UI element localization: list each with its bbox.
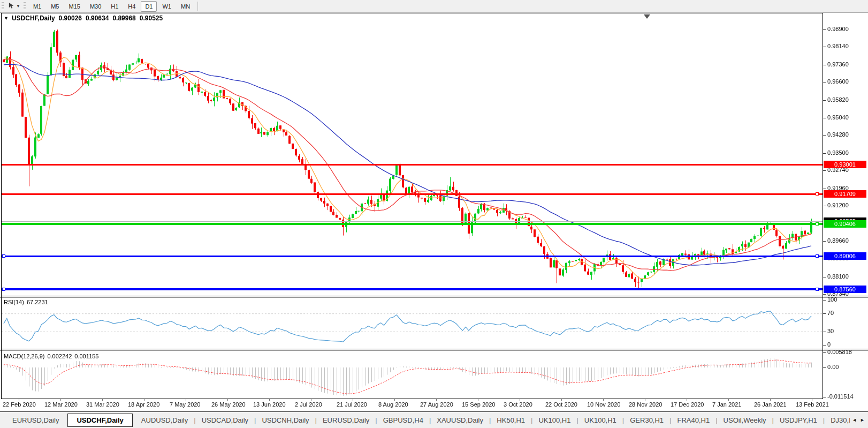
rsi-label: RSI(14)67.2231 bbox=[4, 299, 51, 305]
timeframe-button-W1[interactable]: W1 bbox=[158, 1, 176, 12]
date-label: 13 Jun 2020 bbox=[253, 401, 286, 408]
tab-USDJPY-H1[interactable]: USDJPY,H1 bbox=[774, 414, 823, 426]
tab-FRA40-H1[interactable]: FRA40,H1 bbox=[672, 414, 716, 426]
date-label: 7 May 2020 bbox=[170, 401, 200, 408]
tab-GER30-H1[interactable]: GER30,H1 bbox=[624, 414, 669, 426]
tab-USOil-Weekly[interactable]: USOil,Weekly bbox=[718, 414, 772, 426]
rsi-axis-tick[interactable]: 100 bbox=[827, 296, 837, 303]
price-axis-tick[interactable]: 0.88100 bbox=[827, 273, 849, 280]
date-label: 22 Oct 2020 bbox=[545, 401, 577, 408]
tab-scroll-left-icon[interactable]: ◄ bbox=[852, 417, 857, 423]
tab-USDCNH-Daily[interactable]: USDCNH,Daily bbox=[256, 414, 315, 426]
date-label: 21 Jul 2020 bbox=[337, 401, 367, 408]
timeframe-button-M15[interactable]: M15 bbox=[64, 1, 84, 12]
date-label: 13 Feb 2021 bbox=[796, 401, 829, 408]
date-label: 17 Dec 2020 bbox=[671, 401, 704, 408]
ohlc-close: 0.90525 bbox=[140, 14, 163, 22]
tab-USDCAD-Daily[interactable]: USDCAD,Daily bbox=[196, 414, 254, 426]
hline-price-label[interactable]: 0.89006 bbox=[824, 252, 866, 260]
hline-price-label[interactable]: 0.90406 bbox=[824, 220, 866, 228]
price-axis-tick[interactable]: 0.93500 bbox=[827, 149, 849, 156]
tab-scroll-controls: ◄ ► bbox=[850, 412, 867, 427]
chart-symbol-period: USDCHF,Daily bbox=[12, 14, 55, 22]
chart-title: ▼ USDCHF,Daily 0.90026 0.90634 0.89968 0… bbox=[4, 14, 166, 22]
trading-terminal-window: ▼ M1M5M15M30H1H4D1W1MN ▼ USDCHF,Daily 0.… bbox=[0, 0, 868, 428]
price-axis-tick[interactable]: 0.97360 bbox=[827, 61, 849, 67]
macd-axis-tick[interactable]: -0.011514 bbox=[827, 393, 854, 400]
tab-AUDUSD-Daily[interactable]: AUDUSD,Daily bbox=[135, 414, 194, 426]
tab-XAUUSD-Daily[interactable]: XAUUSD,Daily bbox=[431, 414, 489, 426]
timeframe-button-M30[interactable]: M30 bbox=[86, 1, 105, 12]
price-axis-tick[interactable]: 0.98140 bbox=[827, 43, 849, 49]
timeframe-button-M1[interactable]: M1 bbox=[29, 1, 45, 12]
cursor-tool-button[interactable]: ▼ bbox=[6, 1, 22, 12]
tab-EURUSD-Daily[interactable]: EURUSD,Daily bbox=[6, 414, 65, 426]
timeframe-button-H1[interactable]: H1 bbox=[106, 1, 123, 12]
date-label: 26 Jan 2021 bbox=[754, 401, 787, 408]
date-label: 26 May 2020 bbox=[211, 401, 246, 408]
date-label: 8 Aug 2020 bbox=[378, 401, 408, 408]
dropdown-caret-icon[interactable]: ▼ bbox=[16, 4, 20, 9]
hline-price-label[interactable]: 0.91709 bbox=[824, 190, 866, 198]
price-axis-tick[interactable]: 0.98900 bbox=[827, 26, 849, 32]
rsi-axis-tick[interactable]: 0 bbox=[827, 341, 831, 348]
price-axis-tick[interactable]: 0.94280 bbox=[827, 131, 849, 138]
date-label: 12 Mar 2020 bbox=[44, 401, 78, 408]
date-label: 2 Jul 2020 bbox=[295, 401, 322, 408]
timeframe-button-H4[interactable]: H4 bbox=[124, 1, 140, 12]
macd-name: MACD(12,26,9) bbox=[4, 353, 44, 359]
rsi-name: RSI(14) bbox=[4, 299, 24, 305]
price-axis-tick[interactable]: 0.89660 bbox=[827, 237, 849, 244]
date-label: 27 Aug 2020 bbox=[420, 401, 453, 408]
macd-signal-value: 0.001155 bbox=[74, 353, 98, 359]
rsi-value: 67.2231 bbox=[27, 299, 48, 305]
timeframe-group: M1M5M15M30H1H4D1W1MN bbox=[28, 1, 195, 12]
rsi-axis-tick[interactable]: 70 bbox=[827, 310, 834, 316]
rsi-axis-tick[interactable]: 30 bbox=[827, 328, 834, 334]
macd-value: 0.002242 bbox=[47, 353, 72, 359]
tab-USDCHF-Daily[interactable]: USDCHF,Daily bbox=[67, 414, 132, 427]
date-label: 7 Jan 2021 bbox=[712, 401, 741, 408]
date-label: 3 Oct 2020 bbox=[504, 401, 532, 408]
toolbar-grip[interactable] bbox=[24, 2, 26, 10]
timeframe-button-M5[interactable]: M5 bbox=[47, 1, 63, 12]
timeframe-toolbar: ▼ M1M5M15M30H1H4D1W1MN bbox=[0, 0, 868, 13]
price-axis-tick[interactable]: 0.91200 bbox=[827, 202, 849, 208]
price-axis-tick[interactable]: 0.96600 bbox=[827, 78, 849, 85]
hline-price-label[interactable]: 0.87560 bbox=[824, 286, 866, 293]
hline-price-label[interactable]: 0.93001 bbox=[824, 161, 866, 168]
tab-UK100-H1[interactable]: UK100,H1 bbox=[532, 414, 576, 426]
ohlc-open: 0.90026 bbox=[59, 14, 82, 22]
ohlc-low: 0.89968 bbox=[112, 14, 135, 22]
timeframe-button-MN[interactable]: MN bbox=[177, 1, 194, 12]
date-label: 10 Nov 2020 bbox=[587, 401, 620, 408]
toolbar-grip[interactable] bbox=[2, 2, 4, 10]
tab-EURUSD-Daily[interactable]: EURUSD,Daily bbox=[317, 414, 375, 426]
tab-HK50-H1[interactable]: HK50,H1 bbox=[491, 414, 531, 426]
chart-title-caret-icon[interactable]: ▼ bbox=[4, 16, 9, 21]
date-label: 22 Feb 2020 bbox=[3, 401, 36, 408]
macd-axis-tick[interactable]: 0.005818 bbox=[827, 349, 852, 355]
date-label: 31 Mar 2020 bbox=[86, 401, 119, 408]
ohlc-high: 0.90634 bbox=[86, 14, 109, 22]
macd-axis-tick[interactable]: 0.00 bbox=[827, 364, 839, 370]
toolbar-separator bbox=[197, 2, 198, 11]
timeframe-button-D1[interactable]: D1 bbox=[141, 1, 157, 12]
cursor-tool-icon bbox=[8, 2, 15, 11]
symbol-tabbar: EURUSD,DailyUSDCHF,DailyAUDUSD,Daily|USD… bbox=[0, 411, 868, 428]
macd-label: MACD(12,26,9)0.0022420.001155 bbox=[4, 353, 101, 359]
tab-GBPUSD-H4[interactable]: GBPUSD,H4 bbox=[377, 414, 429, 426]
price-axis-tick[interactable]: 0.95040 bbox=[827, 114, 849, 121]
date-label: 28 Nov 2020 bbox=[629, 401, 662, 408]
tab-scroll-right-icon[interactable]: ► bbox=[860, 417, 865, 423]
price-axis-tick[interactable]: 0.95820 bbox=[827, 96, 849, 103]
tab-UK100-H1[interactable]: UK100,H1 bbox=[578, 414, 622, 426]
date-label: 18 Apr 2020 bbox=[128, 401, 159, 408]
chart-canvas[interactable] bbox=[0, 0, 868, 411]
date-label: 15 Sep 2020 bbox=[462, 401, 495, 408]
